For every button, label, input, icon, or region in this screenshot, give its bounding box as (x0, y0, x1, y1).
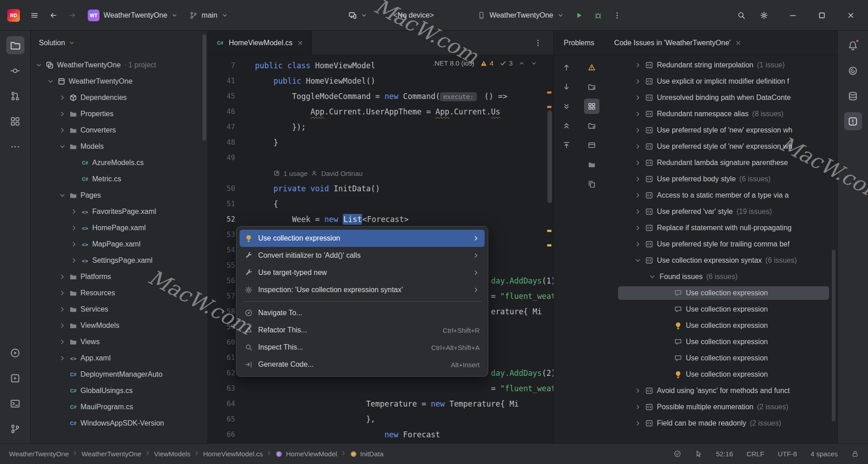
copy-problem-button[interactable] (584, 176, 599, 192)
previous-issue-icon[interactable] (519, 60, 525, 66)
code-line[interactable]: 46 App.Current.UserAppTheme = App.Curren… (208, 104, 553, 119)
code-line[interactable]: 50 private void InitData() (208, 181, 553, 196)
problem-row[interactable]: Access to a static member of a type via … (604, 187, 837, 204)
breadcrumb-item[interactable]: WeatherTwentyOne (9, 450, 69, 458)
pull-requests-button[interactable] (6, 87, 24, 105)
maximize-button[interactable] (814, 7, 830, 24)
problem-row[interactable]: Use collection expression (604, 285, 837, 301)
problem-row[interactable]: Use collection expression syntax(6 issue… (604, 252, 837, 269)
code-line[interactable]: 51 { (208, 196, 553, 212)
minimize-button[interactable] (785, 7, 801, 24)
solution-tree-item[interactable]: Resources (31, 285, 208, 301)
branch-selector[interactable]: main (185, 6, 232, 25)
solution-tree-item[interactable]: Views (31, 334, 208, 350)
problem-row[interactable]: Possible multiple enumeration(2 issues) (604, 399, 837, 415)
close-tab-icon[interactable] (297, 40, 303, 46)
ai-assistant-button[interactable] (844, 62, 862, 80)
show-directories-button[interactable] (584, 157, 599, 172)
problem-row[interactable]: Replace if statement with null-propagati… (604, 220, 837, 236)
warning-stripe-mark[interactable] (547, 230, 552, 232)
more-actions-button[interactable] (609, 7, 625, 24)
back-button[interactable] (45, 7, 61, 24)
menu-item[interactable]: Navigate To... (240, 304, 485, 322)
previous-problem-button[interactable] (559, 60, 574, 75)
line-separator-indicator[interactable]: CRLF (746, 450, 764, 458)
main-menu-button[interactable] (26, 7, 42, 24)
forward-button[interactable] (64, 7, 80, 24)
encoding-indicator[interactable]: UTF-8 (778, 450, 797, 458)
problem-row[interactable]: Use collection expression (604, 317, 837, 334)
solution-tree-item[interactable]: <>SettingsPage.xaml (31, 252, 208, 269)
terminal-button[interactable] (6, 394, 24, 412)
run-tool-window-button[interactable] (6, 344, 24, 362)
project-selector[interactable]: WT WeatherTwentyOne (83, 6, 182, 25)
problem-row[interactable]: Unresolved binding path when DataConte (604, 90, 837, 106)
menu-item[interactable]: Convert initializer to 'Add()' calls (240, 247, 485, 264)
solution-tree-item[interactable]: C#DeploymentManagerAuto (31, 366, 208, 383)
menu-item[interactable]: Inspect This...Ctrl+Alt+Shift+A (240, 339, 485, 356)
solution-tree-item[interactable]: <>FavoritesPage.xaml (31, 204, 208, 220)
menu-item[interactable]: Inspection: 'Use collection expression s… (240, 281, 485, 298)
notifications-button[interactable] (844, 36, 862, 54)
solution-tree-item[interactable]: <>MapPage.xaml (31, 236, 208, 252)
solution-tree-item[interactable]: Pages (31, 187, 208, 204)
scrollbar-thumb[interactable] (547, 110, 552, 203)
code-editor[interactable]: .NET 8.0 (ios) 4 3 7public class HomeVie… (208, 55, 553, 443)
solution-explorer-button[interactable] (6, 36, 24, 54)
solution-tree-item[interactable]: Dependencies (31, 90, 208, 106)
lock-icon[interactable] (851, 450, 859, 458)
group-by-inspection-button[interactable] (584, 99, 599, 114)
problems-scrollbar[interactable] (832, 250, 835, 421)
debug-button[interactable] (590, 7, 606, 24)
warning-stripe-mark[interactable] (547, 91, 552, 94)
solution-tree-item[interactable]: ViewModels (31, 317, 208, 334)
commit-button[interactable] (6, 62, 24, 80)
menu-item[interactable]: Use collection expression (240, 230, 485, 247)
group-by-directory-button[interactable] (584, 79, 599, 95)
solution-tree-item[interactable]: Services (31, 301, 208, 317)
problem-row[interactable]: Use preferred style of 'new' expression … (604, 122, 837, 138)
code-line[interactable]: 65 }, (208, 412, 553, 427)
solution-scrollbar[interactable] (203, 34, 206, 141)
passed-count[interactable]: 3 (500, 59, 513, 67)
breadcrumb-item[interactable]: CHomeViewModel (275, 450, 337, 458)
next-issue-icon[interactable] (531, 60, 537, 66)
code-line[interactable]: 63 = "fluent_weather_icon", (208, 381, 553, 396)
solution-panel-header[interactable]: Solution (31, 31, 208, 55)
collapse-all-button[interactable] (559, 118, 574, 133)
warning-stripe-mark[interactable] (547, 106, 552, 108)
tab-problems[interactable]: Problems (564, 39, 594, 47)
solution-tree-item[interactable]: Platforms (31, 269, 208, 285)
breadcrumb-item[interactable]: HomeViewModel.cs (203, 450, 263, 458)
breadcrumb-item[interactable]: mInitData (350, 450, 384, 458)
problem-row[interactable]: Field can be made readonly(2 issues) (604, 415, 837, 431)
menu-item[interactable]: Refactor This...Ctrl+Shift+R (240, 322, 485, 339)
problem-row[interactable]: Redundant namespace alias(8 issues) (604, 106, 837, 122)
solution-tree-item[interactable]: Properties (31, 106, 208, 122)
run-config-selector[interactable]: WeatherTwentyOne (473, 6, 568, 25)
solution-tree-item[interactable]: Converters (31, 122, 208, 138)
breadcrumb-item[interactable]: ViewModels (154, 450, 191, 458)
navigate-to-source-button[interactable] (559, 137, 574, 153)
code-line[interactable]: 52 Week = new List<Forecast> (208, 212, 553, 227)
problem-row[interactable]: Use collection expression (604, 301, 837, 317)
code-line[interactable]: 64 Temperature = new Temperature{ Mi (208, 396, 553, 412)
warning-stripe-mark[interactable] (547, 244, 552, 246)
solution-tree-item[interactable]: C#MauiProgram.cs (31, 399, 208, 415)
device-selector[interactable]: <No device> (389, 6, 439, 25)
code-line[interactable]: 48 } (208, 135, 553, 150)
problem-row[interactable]: Use preferred style of 'new' expression … (604, 138, 837, 155)
code-line[interactable]: 66 new Forecast (208, 427, 553, 442)
code-line[interactable]: 45 ToggleModeCommand = new Command(execu… (208, 89, 553, 104)
show-preview-button[interactable] (584, 137, 599, 153)
services-button[interactable] (6, 369, 24, 387)
device-frame-selector[interactable] (344, 6, 372, 25)
usages-label[interactable]: 1 usage (283, 170, 307, 177)
problem-row[interactable]: Use explicit or implicit modifier defini… (604, 73, 837, 90)
caret-position[interactable]: 52:16 (716, 450, 733, 458)
problem-row[interactable]: Use collection expression (604, 366, 837, 383)
solution-tree-item[interactable]: WeatherTwentyOne (31, 73, 208, 90)
breadcrumb-item[interactable]: WeatherTwentyOne (81, 450, 141, 458)
group-by-module-button[interactable] (584, 118, 599, 133)
problem-row[interactable]: Use preferred style for trailing comma b… (604, 236, 837, 252)
